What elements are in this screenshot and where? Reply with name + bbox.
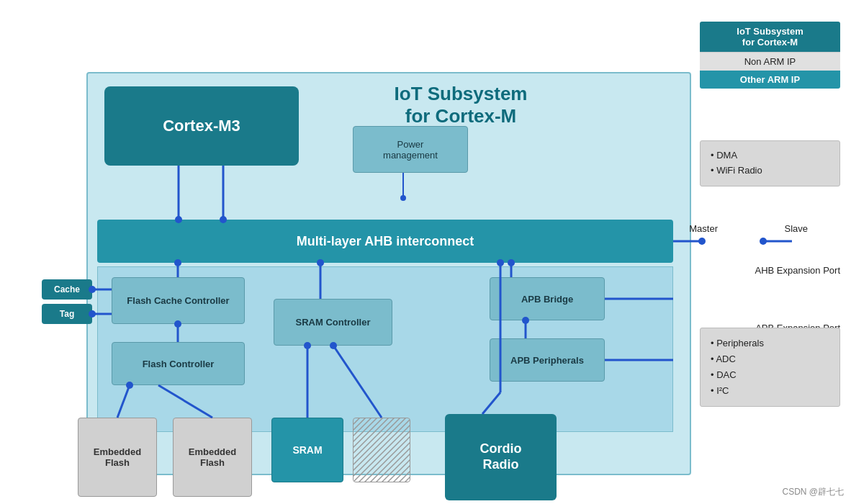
sram-controller-box: SRAM Controller [274,299,392,346]
ahb-label: Multi-layer AHB interconnect [297,234,474,249]
svg-point-29 [698,238,706,245]
diagram-container: IoT Subsystem for Cortex-M Cortex-M3 Pow… [0,0,851,504]
legend-area: IoT Subsystemfor Cortex-M Non ARM IP Oth… [700,22,840,89]
legend-iot-label: IoT Subsystemfor Cortex-M [700,22,840,52]
cortex-m3-label: Cortex-M3 [163,117,240,135]
iot-subsystem-label: IoT Subsystem for Cortex-M [346,83,576,127]
sram-hatch-box [353,418,410,482]
power-management-label: Powermanagement [383,139,438,161]
ahb-expansion-label: AHB Expansion Port [755,265,840,276]
cordio-radio-label: CordioRadio [480,441,522,472]
legend-non-arm-label: Non ARM IP [700,52,840,71]
cortex-m3-box: Cortex-M3 [104,86,299,166]
cache-label: Cache [54,284,80,294]
adc-item: • ADC [711,351,829,367]
dac-item: • DAC [711,367,829,383]
sram-controller-label: SRAM Controller [296,317,371,328]
legend-other-arm-label: Other ARM IP [700,71,840,89]
tag-box: Tag [42,304,92,324]
flash-controller-box: Flash Controller [112,342,245,385]
sram-box: SRAM [271,418,343,482]
sram-label: SRAM [292,444,322,456]
dma-item: • DMA [711,148,829,163]
apb-bridge-box: APB Bridge [490,277,605,320]
embedded-flash-1-box: EmbeddedFlash [78,418,157,497]
embedded-flash-2-box: EmbeddedFlash [173,418,252,497]
apb-peripherals-label: APB Peripherals [510,355,584,366]
flash-cache-controller-box: Flash Cache Controller [112,277,245,324]
master-label: Master [689,223,718,234]
svg-point-31 [760,238,767,245]
i2c-item: • I²C [711,383,829,399]
flash-cache-controller-label: Flash Cache Controller [127,295,229,306]
cordio-radio-box: CordioRadio [445,414,557,500]
watermark: CSDN @辟七七 [782,486,844,498]
ahb-interconnect-box: Multi-layer AHB interconnect [97,220,673,263]
peripherals-item: • Peripherals [711,336,829,351]
right-top-info-box: • DMA • WiFi Radio [700,140,840,186]
hatch-pattern [354,418,410,482]
apb-bridge-label: APB Bridge [521,294,573,305]
right-bottom-info-box: • Peripherals • ADC • DAC • I²C [700,328,840,407]
embedded-flash-1-label: EmbeddedFlash [94,446,141,468]
cache-box: Cache [42,279,92,300]
flash-controller-label: Flash Controller [143,359,215,369]
embedded-flash-2-label: EmbeddedFlash [189,446,236,468]
wifi-radio-item: • WiFi Radio [711,163,829,179]
tag-label: Tag [60,309,74,319]
apb-peripherals-box: APB Peripherals [490,338,605,382]
power-management-box: Powermanagement [353,126,468,173]
svg-rect-0 [354,418,410,482]
slave-label: Slave [784,223,808,234]
